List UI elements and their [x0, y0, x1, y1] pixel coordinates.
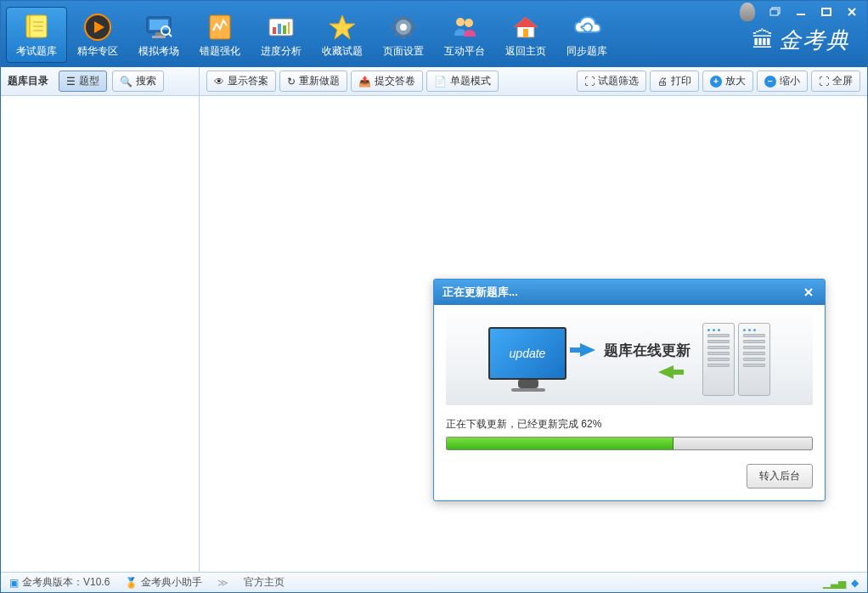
svg-rect-18 — [288, 22, 290, 34]
btn-label: 打印 — [671, 74, 691, 88]
filter-button[interactable]: ⛶试题筛选 — [577, 71, 646, 92]
progress-fill — [447, 438, 674, 449]
toolbar-label: 进度分析 — [261, 44, 302, 59]
content-area: 正在更新题库... update 题库在线更新 — [200, 96, 867, 572]
svg-rect-10 — [152, 36, 166, 38]
illustration-text: 题库在线更新 — [604, 341, 690, 360]
search-icon: 🔍 — [120, 76, 132, 88]
status-version[interactable]: ▣ 金考典版本：V10.6 — [9, 575, 110, 590]
helper-text: 金考典小助手 — [141, 575, 202, 590]
toolbar-elite[interactable]: 精华专区 — [67, 7, 128, 63]
chart-icon[interactable]: ▁▃▅ — [823, 577, 846, 589]
toolbar-label: 页面设置 — [383, 44, 424, 59]
toolbar-label: 考试题库 — [16, 44, 57, 59]
redo-button[interactable]: ↻重新做题 — [279, 71, 347, 92]
svg-marker-19 — [330, 15, 355, 39]
search-button[interactable]: 🔍 搜索 — [112, 71, 164, 92]
sidebar-title: 题库目录 — [8, 74, 48, 88]
brand-logo: 金考典 — [752, 25, 850, 55]
arrow-right-icon — [580, 343, 595, 357]
plus-icon: + — [710, 76, 722, 88]
minus-icon: − — [764, 76, 776, 88]
svg-line-29 — [409, 19, 412, 21]
progress-text: 正在下载更新，已经更新完成 62% — [446, 417, 813, 432]
progress-percent: 62% — [581, 418, 601, 430]
print-icon: 🖨 — [657, 76, 668, 88]
filter-icon: ⛶ — [584, 76, 595, 88]
toolbar-community[interactable]: 互动平台 — [434, 7, 495, 63]
toolbar-sync[interactable]: 同步题库 — [556, 7, 617, 63]
toolbar-favorite[interactable]: 收藏试题 — [312, 7, 373, 63]
eye-icon: 👁 — [214, 76, 224, 88]
exam-db-icon — [21, 12, 52, 42]
svg-rect-37 — [770, 9, 778, 15]
svg-line-27 — [409, 33, 412, 36]
btn-label: 放大 — [725, 74, 746, 88]
svg-point-31 — [465, 19, 473, 27]
btn-label: 全屏 — [832, 74, 853, 88]
dialog-close-button[interactable] — [801, 285, 816, 300]
show-answer-button[interactable]: 👁显示答案 — [206, 71, 276, 92]
action-bar: 👁显示答案 ↻重新做题 📤提交答卷 📄单题模式 ⛶试题筛选 🖨打印 +放大 −缩… — [200, 67, 867, 95]
status-official[interactable]: 官方主页 — [244, 575, 285, 590]
status-bar: ▣ 金考典版本：V10.6 🏅 金考典小助手 ≫ 官方主页 ▁▃▅ ◆ — [1, 572, 867, 592]
svg-line-28 — [395, 33, 397, 36]
maximize-button[interactable] — [818, 6, 835, 18]
toolbar-wrong-q[interactable]: 错题强化 — [189, 7, 251, 63]
svg-rect-17 — [283, 25, 286, 34]
play-icon — [82, 12, 113, 42]
type-filter-button[interactable]: ☰ 题型 — [59, 71, 107, 92]
main-area: 正在更新题库... update 题库在线更新 — [1, 96, 867, 572]
submit-button[interactable]: 📤提交答卷 — [351, 71, 423, 92]
home-icon — [510, 12, 541, 42]
official-text: 官方主页 — [244, 575, 285, 590]
status-right: ▁▃▅ ◆ — [823, 577, 859, 589]
btn-label: 单题模式 — [450, 74, 491, 88]
toolbar-sim-exam[interactable]: 模拟考场 — [128, 7, 189, 63]
svg-marker-33 — [514, 17, 538, 27]
restore-down-button[interactable] — [767, 6, 784, 18]
progress-prefix: 正在下载更新，已经更新完成 — [446, 418, 581, 430]
version-text: 金考典版本：V10.6 — [22, 575, 110, 590]
transfer-arrows: 题库在线更新 — [580, 341, 690, 379]
dialog-title: 正在更新题库... — [442, 285, 518, 300]
btn-label: 缩小 — [780, 74, 800, 88]
update-illustration: update 题库在线更新 — [446, 313, 813, 405]
svg-point-30 — [456, 18, 465, 26]
btn-label: 提交答卷 — [375, 74, 415, 88]
toolbar-page-settings[interactable]: 页面设置 — [373, 7, 434, 63]
toolbar-label: 错题强化 — [200, 44, 240, 59]
zoom-in-button[interactable]: +放大 — [702, 71, 753, 92]
toolbar-label: 精华专区 — [77, 44, 118, 59]
refresh-icon: ↻ — [287, 76, 296, 88]
app-icon: ▣ — [9, 577, 19, 589]
btn-label: 重新做题 — [299, 74, 340, 88]
toolbar-progress[interactable]: 进度分析 — [251, 7, 312, 63]
zoom-out-button[interactable]: −缩小 — [757, 71, 808, 92]
svg-line-26 — [395, 19, 397, 21]
close-button[interactable] — [843, 6, 860, 18]
svg-point-21 — [400, 24, 407, 31]
people-icon — [449, 12, 480, 42]
svg-line-12 — [168, 33, 172, 37]
svg-rect-39 — [822, 8, 831, 15]
toolbar-home[interactable]: 返回主页 — [495, 7, 556, 63]
star-icon — [327, 12, 358, 42]
dialog-titlebar[interactable]: 正在更新题库... — [434, 280, 825, 305]
fullscreen-button[interactable]: ⛶全屏 — [811, 71, 860, 92]
medal-icon[interactable] — [740, 3, 755, 21]
status-helper[interactable]: 🏅 金考典小助手 — [125, 575, 202, 590]
single-mode-button[interactable]: 📄单题模式 — [426, 71, 499, 92]
progress-icon — [266, 12, 296, 42]
toolbar-exam-db[interactable]: 考试题库 — [6, 7, 67, 63]
servers-icon — [702, 323, 770, 396]
background-button[interactable]: 转入后台 — [747, 464, 813, 489]
minimize-button[interactable] — [792, 6, 809, 18]
svg-rect-15 — [273, 27, 276, 34]
toolbar-label: 同步题库 — [566, 44, 607, 59]
secondary-toolbar: 题库目录 ☰ 题型 🔍 搜索 👁显示答案 ↻重新做题 📤提交答卷 📄单题模式 ⛶… — [1, 67, 867, 96]
print-button[interactable]: 🖨打印 — [650, 71, 699, 92]
progress-bar — [446, 437, 813, 450]
diamond-icon[interactable]: ◆ — [851, 577, 859, 589]
btn-label: 显示答案 — [228, 74, 268, 88]
